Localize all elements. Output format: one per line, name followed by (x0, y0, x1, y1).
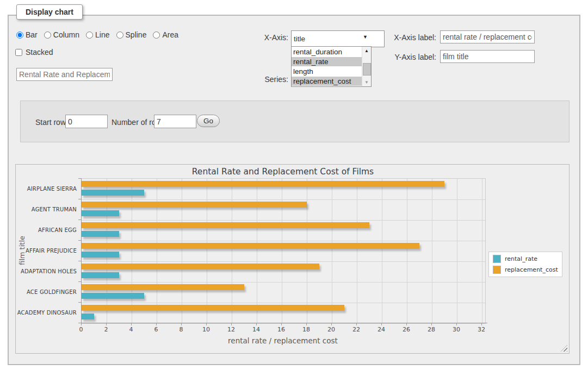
gridline-x-2 (107, 179, 107, 323)
number-of-rows-input[interactable] (154, 115, 196, 128)
x-tick-label: 28 (420, 326, 442, 333)
chart: Rental Rate and Replacement Cost of Film… (15, 164, 570, 354)
gridline-x-14 (257, 179, 257, 323)
spline-radio[interactable] (116, 32, 123, 39)
scroll-up-button[interactable]: ▲ (362, 47, 371, 55)
bar-rental_rate-6 (82, 313, 94, 319)
x-tick-mark (231, 323, 232, 325)
gridline-x-26 (407, 179, 407, 323)
x-tick-mark (406, 323, 407, 325)
x-tick-mark (306, 323, 307, 325)
x-tick-label: 20 (320, 326, 342, 333)
gridline-x-30 (457, 179, 457, 323)
x-tick-mark (456, 323, 457, 325)
start-row-label: Start row: (35, 118, 68, 127)
chart-type-option-column[interactable]: Column (44, 30, 79, 39)
stacked-checkbox[interactable] (15, 49, 22, 56)
bar-radio[interactable] (16, 32, 23, 39)
gridline-x-20 (332, 179, 332, 323)
x-tick-label: 2 (95, 326, 117, 333)
series-option-length[interactable]: length (292, 67, 362, 76)
x-axis-title: rental rate / replacement cost (81, 336, 485, 345)
y-tick-mark (78, 281, 81, 282)
bar-replacement_cost-0 (82, 181, 444, 187)
stacked-checkbox-row[interactable]: Stacked (15, 48, 53, 57)
radio-label: Area (162, 30, 178, 39)
scroll-down-button[interactable]: ▼ (362, 78, 371, 86)
chart-type-option-area[interactable]: Area (153, 30, 178, 39)
series-listbox[interactable]: rental_durationrental_ratelengthreplacem… (291, 46, 372, 87)
x-axis-label-input[interactable] (440, 30, 535, 43)
bar-rental_rate-2 (82, 231, 119, 237)
legend-swatch-replacement_cost (493, 266, 501, 274)
category-label: ACE GOLDFINGER (16, 281, 77, 302)
x-axis-select[interactable]: title (291, 30, 385, 47)
gridline-x-8 (182, 179, 182, 323)
category-label: AFFAIR PREJUDICE (16, 240, 77, 261)
chart-title-input[interactable] (16, 68, 113, 81)
series-option-replacement_cost[interactable]: replacement_cost (292, 77, 362, 86)
gridline-x-28 (432, 179, 432, 323)
chart-type-option-line[interactable]: Line (86, 30, 109, 39)
start-row-input[interactable] (65, 115, 108, 128)
x-tick-mark (431, 323, 432, 325)
gridline-y (82, 220, 485, 221)
scroll-thumb[interactable] (363, 63, 371, 76)
bar-replacement_cost-6 (82, 305, 344, 311)
series-option-rental_rate[interactable]: rental_rate (292, 57, 362, 66)
legend-label: rental_rate (505, 255, 537, 262)
fieldset-legend: Display chart (16, 4, 83, 20)
y-tick-mark (78, 199, 81, 199)
column-radio[interactable] (44, 32, 51, 39)
x-axis-label-field-label: X-Axis label: (387, 33, 436, 42)
chart-type-option-bar[interactable]: Bar (16, 30, 38, 39)
area-radio[interactable] (153, 32, 160, 39)
go-button[interactable]: Go (197, 115, 220, 127)
bar-replacement_cost-4 (82, 264, 319, 269)
x-tick-mark (331, 323, 332, 325)
y-tick-mark (78, 240, 81, 241)
bar-replacement_cost-2 (82, 222, 369, 228)
gridline-x-4 (132, 179, 132, 323)
category-label: ACADEMY DINOSAUR (16, 302, 77, 323)
y-axis-label-input[interactable] (440, 50, 535, 63)
series-list-label: Series: (256, 75, 288, 84)
x-tick-mark (281, 323, 282, 325)
x-tick-mark (256, 323, 257, 325)
gridline-y (82, 303, 485, 303)
resize-grip-icon[interactable] (561, 345, 567, 352)
y-axis-label-field-label: Y-Axis label: (387, 53, 436, 61)
gridline-y (82, 261, 485, 262)
gridline-y (82, 241, 485, 241)
y-tick-mark (78, 302, 81, 303)
bar-rental_rate-0 (82, 190, 144, 196)
legend-label: replacement_cost (505, 266, 558, 273)
gridline-x-22 (357, 179, 357, 323)
stacked-label: Stacked (26, 48, 53, 57)
x-tick-mark (481, 323, 482, 325)
plot-area (81, 178, 486, 324)
x-tick-mark (156, 323, 157, 325)
x-tick-label: 26 (395, 326, 417, 333)
y-tick-mark (78, 178, 81, 179)
series-scrollbar[interactable]: ▲ ▼ (362, 47, 371, 86)
gridline-x-16 (282, 179, 282, 323)
x-tick-label: 18 (295, 326, 317, 333)
gridline-x-18 (307, 179, 307, 323)
x-tick-label: 32 (471, 326, 492, 333)
series-option-rental_duration[interactable]: rental_duration (292, 47, 362, 57)
gridline-x-24 (382, 179, 382, 323)
gridline-x-6 (157, 179, 157, 323)
bar-rental_rate-4 (82, 272, 119, 278)
chart-legend: rental_ratereplacement_cost (488, 252, 562, 277)
bar-rental_rate-3 (82, 252, 119, 258)
line-radio[interactable] (86, 32, 93, 39)
x-tick-mark (356, 323, 357, 325)
x-tick-label: 22 (345, 326, 367, 333)
bar-rental_rate-1 (82, 210, 119, 216)
x-tick-label: 30 (445, 326, 467, 333)
chart-type-option-spline[interactable]: Spline (116, 30, 147, 39)
radio-label: Line (95, 30, 109, 39)
x-axis-line (78, 323, 487, 323)
bar-rental_rate-5 (82, 293, 144, 299)
